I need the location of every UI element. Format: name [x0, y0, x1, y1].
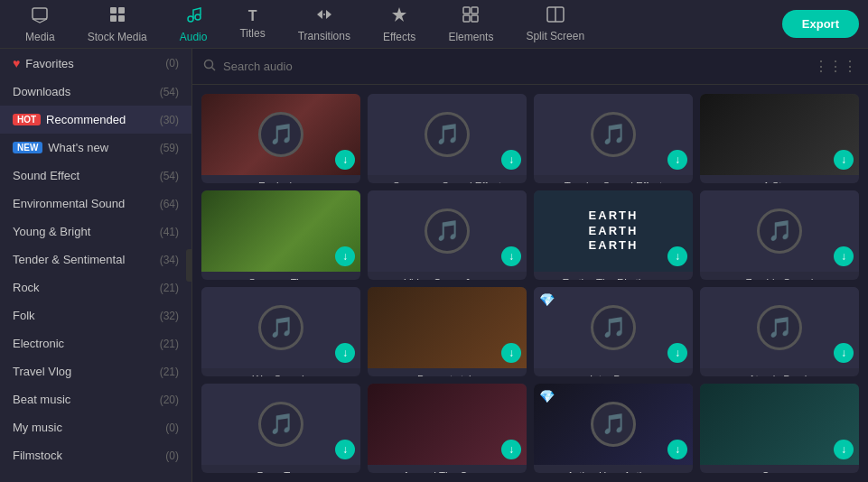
- audio-card-earth-rhythm[interactable]: EARTHEARTHEARTH ↓ Earth - The Rhythm ...: [534, 190, 693, 280]
- audio-card-around-the-corner[interactable]: ↓ Around The Corner: [368, 384, 527, 473]
- sidebar-item-young-bright[interactable]: Young & Bright(41): [0, 218, 191, 246]
- audio-card-explosion[interactable]: 🎵 ↓ Explosion: [201, 94, 360, 183]
- nav-item-audio[interactable]: Audio: [163, 0, 224, 49]
- sidebar-count-folk: (32): [160, 310, 179, 322]
- content-area: ⋮⋮⋮ 🎵 ↓ Explosion 🎵 ↓ Suspense Sound Eff…: [192, 49, 868, 482]
- download-button-page-turn[interactable]: ↓: [335, 440, 355, 459]
- audio-card-suspense-sound-effect[interactable]: 🎵 ↓ Suspense Sound Effect: [368, 94, 527, 183]
- nav-label-stock-media: Stock Media: [88, 31, 147, 43]
- download-button-video-game-jump[interactable]: ↓: [501, 246, 521, 266]
- nav-item-effects[interactable]: Effects: [367, 0, 432, 49]
- grid-options-icon[interactable]: ⋮⋮⋮: [814, 58, 857, 75]
- audio-title-atomic-bomb: Atomic Bomb: [700, 368, 859, 376]
- sidebar-item-tender-sentimental[interactable]: Tender & Sentimental(34): [0, 246, 191, 273]
- favorites-icon: ♥: [13, 56, 20, 70]
- sidebar-item-sound-effect[interactable]: Sound Effect(54): [0, 162, 191, 190]
- svg-point-15: [205, 60, 213, 69]
- audio-card-war-sounds[interactable]: 🎵 ↓ War Sounds: [201, 287, 360, 376]
- sidebar-item-electronic[interactable]: Electronic(21): [0, 329, 191, 357]
- audio-card-boy-got-style[interactable]: ↓ Boy got style: [368, 287, 527, 376]
- audio-thumb-around-the-corner: ↓: [368, 384, 527, 465]
- sidebar-label-travel-vlog: Travel Vlog: [13, 365, 160, 378]
- audio-card-action-hero-anthem[interactable]: 🎵 💎 ↓ Action Hero Anthem: [534, 384, 693, 473]
- sidebar-item-environmental-sound[interactable]: Environmental Sound(64): [0, 190, 191, 218]
- download-button-cacoun[interactable]: ↓: [834, 440, 854, 459]
- nav-label-audio: Audio: [180, 31, 208, 43]
- audio-card-cacoun[interactable]: ↓ Cacoun: [700, 384, 859, 473]
- premium-badge: 💎: [539, 389, 555, 403]
- sidebar-item-recommended[interactable]: HOTRecommended(30): [0, 106, 191, 134]
- nav-item-titles[interactable]: T Titles: [223, 3, 281, 45]
- titles-icon: T: [248, 8, 257, 24]
- svg-rect-12: [471, 15, 478, 22]
- nav-item-media[interactable]: Media: [9, 0, 71, 49]
- audio-title-earth-rhythm: Earth - The Rhythm ...: [534, 272, 693, 280]
- sidebar-collapse-button[interactable]: ‹: [186, 249, 192, 282]
- audio-title-suspense-sound-effect: Suspense Sound Effect: [368, 175, 527, 183]
- export-button[interactable]: Export: [782, 10, 859, 38]
- sidebar-count-young-bright: (41): [160, 226, 179, 238]
- download-button-war-sounds[interactable]: ↓: [335, 343, 355, 363]
- media-icon: [31, 5, 49, 28]
- audio-card-intro-bass[interactable]: 🎵 💎 ↓ Intro Bass: [534, 287, 693, 376]
- download-button-intro-bass[interactable]: ↓: [667, 343, 687, 363]
- nav-label-transitions: Transitions: [298, 30, 350, 42]
- svg-line-16: [212, 68, 216, 71]
- nav-item-elements[interactable]: Elements: [432, 0, 509, 49]
- audio-thumb-summer-time: ↓: [201, 190, 360, 272]
- download-button-boy-got-style[interactable]: ↓: [501, 343, 521, 363]
- audio-card-summer-time[interactable]: ↓ Summer Time: [201, 190, 360, 280]
- audio-thumb-action-hero-anthem: 🎵 💎 ↓: [534, 384, 693, 465]
- sidebar-item-my-music[interactable]: My music(0): [0, 413, 191, 441]
- audio-title-tension-sound-effect: Tension Sound Effect: [534, 175, 693, 183]
- download-button-atomic-bomb[interactable]: ↓: [834, 343, 854, 363]
- sidebar-label-sound-effect: Sound Effect: [13, 169, 160, 182]
- sidebar-item-favorites[interactable]: ♥Favorites(0): [0, 49, 191, 78]
- nav-label-media: Media: [25, 31, 55, 43]
- download-button-summer-time[interactable]: ↓: [335, 246, 355, 266]
- audio-thumb-icon: 🎵: [757, 209, 802, 254]
- download-button-action-hero-anthem[interactable]: ↓: [667, 440, 687, 459]
- sidebar-label-my-music: My music: [13, 421, 165, 434]
- sidebar-item-folk[interactable]: Folk(32): [0, 301, 191, 329]
- hot-badge: HOT: [13, 114, 41, 125]
- audio-title-action-hero-anthem: Action Hero Anthem: [534, 465, 693, 473]
- nav-item-split-screen[interactable]: Split Screen: [509, 1, 601, 48]
- sidebar-label-tender-sentimental: Tender & Sentimental: [13, 253, 160, 266]
- transitions-icon: [315, 6, 333, 27]
- audio-thumb-icon: 🎵: [757, 305, 802, 350]
- download-button-suspense-sound-effect[interactable]: ↓: [501, 150, 521, 170]
- audio-thumb-page-turn: 🎵 ↓: [201, 384, 360, 465]
- download-button-around-the-corner[interactable]: ↓: [501, 440, 521, 459]
- nav-item-stock-media[interactable]: Stock Media: [71, 0, 163, 49]
- download-button-a-story[interactable]: ↓: [834, 150, 854, 170]
- download-button-earth-rhythm[interactable]: ↓: [667, 246, 687, 266]
- sidebar-item-downloads[interactable]: Downloads(54): [0, 78, 191, 106]
- sidebar-item-beat-music[interactable]: Beat music(20): [0, 385, 191, 413]
- audio-card-video-game-jump[interactable]: 🎵 ↓ Video Game Jump: [368, 190, 527, 280]
- sidebar-label-rock: Rock: [13, 281, 160, 294]
- sidebar-label-beat-music: Beat music: [13, 393, 160, 406]
- audio-card-zombie-sound[interactable]: 🎵 ↓ Zombie Sound: [700, 190, 859, 280]
- download-button-explosion[interactable]: ↓: [335, 150, 355, 170]
- search-icon: [203, 59, 216, 74]
- download-button-zombie-sound[interactable]: ↓: [834, 246, 854, 266]
- sidebar-item-whats-new[interactable]: NEWWhat's new(59): [0, 134, 191, 162]
- download-button-tension-sound-effect[interactable]: ↓: [667, 150, 687, 170]
- audio-thumb-icon: 🎵: [591, 112, 636, 157]
- audio-thumb-video-game-jump: 🎵 ↓: [368, 190, 527, 272]
- audio-card-tension-sound-effect[interactable]: 🎵 ↓ Tension Sound Effect: [534, 94, 693, 183]
- audio-thumb-a-story: ↓: [700, 94, 859, 175]
- sidebar-item-travel-vlog[interactable]: Travel Vlog(21): [0, 357, 191, 385]
- audio-card-page-turn[interactable]: 🎵 ↓ Page Turn: [201, 384, 360, 473]
- search-input[interactable]: [223, 60, 807, 73]
- audio-title-boy-got-style: Boy got style: [368, 368, 527, 376]
- sidebar-item-filmstock[interactable]: Filmstock(0): [0, 441, 191, 469]
- svg-rect-1: [110, 7, 117, 14]
- nav-label-elements: Elements: [448, 31, 493, 43]
- audio-card-a-story[interactable]: ↓ A Story: [700, 94, 859, 183]
- nav-item-transitions[interactable]: Transitions: [282, 1, 367, 48]
- audio-title-war-sounds: War Sounds: [201, 368, 360, 376]
- sidebar-item-rock[interactable]: Rock(21): [0, 273, 191, 301]
- audio-card-atomic-bomb[interactable]: 🎵 ↓ Atomic Bomb: [700, 287, 859, 376]
